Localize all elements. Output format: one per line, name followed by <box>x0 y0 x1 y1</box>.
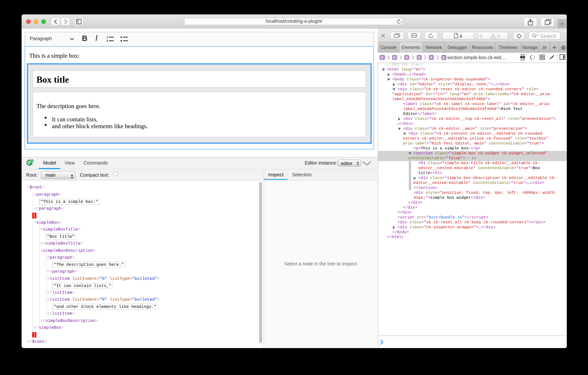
svg-text:5: 5 <box>32 160 32 162</box>
svg-text:1: 1 <box>106 36 108 39</box>
svg-text:2: 2 <box>106 39 108 42</box>
